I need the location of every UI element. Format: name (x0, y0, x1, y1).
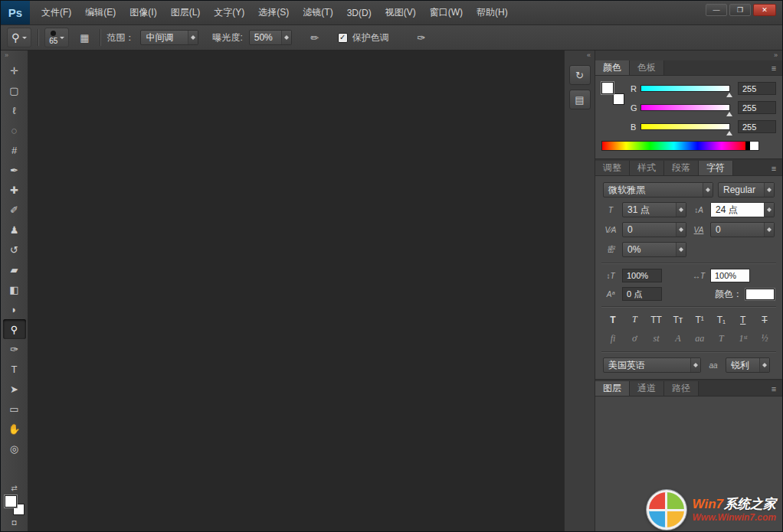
path-selection-tool[interactable]: ➤ (3, 379, 26, 399)
blur-tool[interactable]: ◗ (3, 299, 26, 319)
maximize-button[interactable]: ❐ (729, 4, 751, 16)
switch-colors-icon[interactable]: ⇄ (11, 484, 17, 492)
fractions-button[interactable]: ½ (756, 331, 773, 346)
tsume-combo[interactable]: 0% (622, 242, 686, 257)
menu-window[interactable]: 窗口(W) (423, 1, 470, 24)
green-value-field[interactable]: 255 (738, 101, 776, 114)
tab-layers[interactable]: 图层 (595, 381, 630, 396)
gradient-tool[interactable]: ◧ (3, 279, 26, 299)
shape-tool[interactable]: ▭ (3, 399, 26, 419)
history-brush-tool[interactable]: ↺ (3, 240, 26, 259)
spectrum-white-chip[interactable] (750, 142, 758, 150)
background-color-swatch[interactable] (613, 93, 624, 105)
ligatures-button[interactable]: fi (604, 331, 621, 346)
tab-channels[interactable]: 通道 (630, 381, 664, 396)
spot-healing-brush-tool[interactable]: ✚ (3, 180, 26, 200)
panel-menu-icon[interactable]: ≡ (765, 161, 782, 175)
eraser-tool[interactable]: ▰ (3, 259, 26, 279)
font-family-select[interactable]: 微软雅黑 (603, 182, 713, 197)
slider-thumb[interactable] (726, 109, 732, 116)
blue-value-field[interactable]: 255 (738, 120, 776, 133)
hand-tool[interactable]: ✋ (3, 419, 26, 439)
spectrum-gradient[interactable] (602, 142, 745, 150)
underline-button[interactable]: T (735, 312, 752, 327)
zoom-tool[interactable]: ◎ (3, 439, 26, 459)
pressure-size-button[interactable]: ✑ (412, 28, 431, 47)
all-caps-button[interactable]: TT (648, 312, 665, 327)
menu-image[interactable]: 图像(I) (123, 1, 163, 24)
exposure-dropdown[interactable]: 50% (249, 30, 292, 45)
kerning-combo[interactable]: 0 (622, 222, 686, 237)
brush-preset-picker[interactable]: 65 (44, 28, 69, 47)
superscript-button[interactable]: T¹ (691, 312, 708, 327)
pen-tool[interactable]: ✑ (3, 339, 26, 359)
language-select[interactable]: 美国英语 (603, 357, 701, 373)
slider-thumb[interactable] (726, 90, 732, 97)
tab-paths[interactable]: 路径 (664, 381, 699, 396)
toolbar-collapse-icon[interactable]: » (1, 51, 28, 60)
clone-stamp-tool[interactable]: ♟ (3, 220, 26, 240)
ordinals-button[interactable]: 1ˢᵗ (735, 331, 752, 346)
collapse-dock-icon[interactable]: » (595, 51, 782, 60)
vertical-scale-field[interactable]: 100% (622, 269, 662, 282)
stylistic-alternates-button[interactable]: aa (691, 331, 708, 346)
airbrush-button[interactable]: ✏ (306, 28, 324, 47)
rectangular-marquee-tool[interactable]: ▢ (3, 80, 26, 100)
horizontal-scale-field[interactable]: 100% (710, 269, 750, 282)
tracking-combo[interactable]: 0 (710, 222, 775, 237)
close-button[interactable]: ✕ (753, 4, 776, 16)
tab-styles[interactable]: 样式 (630, 161, 664, 175)
swash-button[interactable]: A (670, 331, 686, 346)
green-slider[interactable] (640, 104, 730, 111)
menu-filter[interactable]: 滤镜(T) (296, 1, 339, 24)
red-slider[interactable] (640, 85, 730, 92)
menu-select[interactable]: 选择(S) (251, 1, 296, 24)
menu-view[interactable]: 视图(V) (378, 1, 423, 24)
baseline-shift-field[interactable]: 0 点 (622, 287, 662, 301)
menu-3d[interactable]: 3D(D) (340, 1, 378, 24)
menu-layer[interactable]: 图层(L) (164, 1, 208, 24)
menu-file[interactable]: 文件(F) (34, 1, 78, 24)
move-tool[interactable]: ✛ (3, 60, 26, 80)
toggle-brush-panel-button[interactable]: ▦ (75, 28, 93, 47)
faux-bold-button[interactable]: T (604, 312, 621, 327)
red-value-field[interactable]: 255 (738, 82, 776, 95)
dodge-tool[interactable]: ⚲ (3, 319, 26, 339)
menu-edit[interactable]: 编辑(E) (78, 1, 123, 24)
tab-paragraph[interactable]: 段落 (664, 161, 699, 175)
brush-tool[interactable]: ✐ (3, 200, 26, 220)
quick-mask-icon[interactable]: ◘ (11, 518, 16, 527)
properties-panel-button[interactable]: ▤ (569, 90, 591, 109)
anti-alias-select[interactable]: 锐利 (726, 357, 770, 373)
faux-italic-button[interactable]: T (626, 312, 643, 327)
menu-help[interactable]: 帮助(H) (470, 1, 515, 24)
menu-type[interactable]: 文字(Y) (207, 1, 251, 24)
expand-panels-icon[interactable]: « (565, 51, 595, 60)
contextual-alternates-button[interactable]: ơ (626, 331, 643, 346)
tab-adjustments[interactable]: 调整 (595, 161, 630, 175)
lasso-tool[interactable]: ℓ (3, 100, 26, 120)
discretionary-ligatures-button[interactable]: st (648, 331, 665, 346)
tab-color[interactable]: 颜色 (595, 60, 630, 75)
quick-selection-tool[interactable]: ◌ (3, 120, 26, 140)
tab-swatches[interactable]: 色板 (630, 60, 664, 75)
font-style-select[interactable]: Regular (718, 182, 775, 197)
titlebar[interactable]: Ps 文件(F) 编辑(E) 图像(I) 图层(L) 文字(Y) 选择(S) 滤… (1, 1, 782, 25)
range-dropdown[interactable]: 中间调 (140, 30, 198, 45)
foreground-color-swatch[interactable] (5, 495, 17, 508)
panel-menu-icon[interactable]: ≡ (765, 60, 782, 75)
slider-thumb[interactable] (726, 128, 732, 135)
type-tool[interactable]: T (3, 359, 26, 379)
tool-preset-picker[interactable]: ⚲ (7, 28, 31, 47)
eyedropper-tool[interactable]: ✒ (3, 160, 26, 180)
font-size-combo[interactable]: 31 点 (622, 202, 686, 217)
titling-alternates-button[interactable]: T (713, 331, 729, 346)
protect-tones-checkbox[interactable]: ✓ (338, 33, 348, 43)
crop-tool[interactable]: # (3, 140, 26, 160)
blue-slider[interactable] (640, 123, 730, 130)
subscript-button[interactable]: T₁ (713, 312, 729, 327)
minimize-button[interactable]: — (706, 4, 727, 16)
history-panel-button[interactable]: ↻ (569, 65, 591, 85)
foreground-color-swatch[interactable] (601, 82, 614, 94)
strikethrough-button[interactable]: T (756, 312, 773, 327)
